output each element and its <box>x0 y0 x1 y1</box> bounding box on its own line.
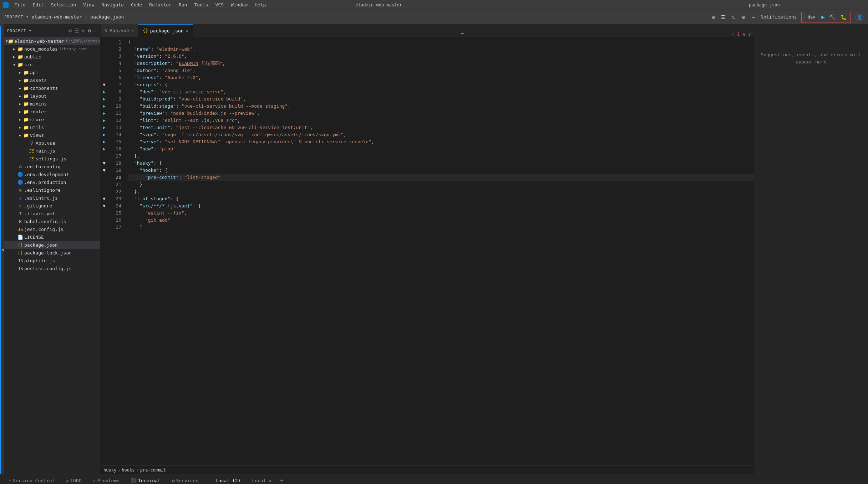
list-icon[interactable]: ☰ <box>719 13 728 21</box>
assets-arrow: ▶ <box>17 78 23 82</box>
src-arrow: ▼ <box>11 63 17 67</box>
breadcrumb-precommit[interactable]: pre-commit <box>140 468 166 473</box>
assets-icon: 📁 <box>23 78 29 83</box>
run-button[interactable]: ▶ <box>821 14 825 20</box>
menu-view[interactable]: View <box>80 1 97 8</box>
gear-icon[interactable]: ⚙ <box>739 13 748 21</box>
tree-editorconfig[interactable]: ⚙ .editorconfig <box>4 163 100 170</box>
main-js-icon: JS <box>29 148 35 154</box>
gitignore-label: .gitignore <box>24 203 52 208</box>
sidebar-sort-icon[interactable]: ⇅ <box>81 27 86 34</box>
tree-layout[interactable]: ▶ 📁 layout <box>4 92 100 100</box>
jest-label: jest.config.js <box>24 227 64 232</box>
btab-terminal[interactable]: ⬛Terminal <box>125 474 166 484</box>
notifications-button[interactable]: Notifications <box>761 14 797 20</box>
btab-add-button[interactable]: + <box>277 477 286 484</box>
tree-jest[interactable]: JS jest.config.js <box>4 225 100 233</box>
debug-icon[interactable]: 🐛 <box>839 13 848 21</box>
code-line-23: "lint-staged": { <box>128 195 754 202</box>
menu-edit[interactable]: Edit <box>30 1 46 8</box>
tree-router[interactable]: ▶ 📁 router <box>4 108 100 115</box>
btab-problems[interactable]: ⚠Problems <box>87 474 125 484</box>
menu-selection[interactable]: Selection <box>48 1 79 8</box>
tab-more-button[interactable]: ⋯ <box>458 30 467 37</box>
ln-27: 27 <box>108 224 121 231</box>
breadcrumb-hooks[interactable]: hooks <box>122 468 134 473</box>
menu-file[interactable]: File <box>11 1 28 8</box>
tree-components[interactable]: ▶ 📁 components <box>4 84 100 92</box>
tree-package-lock[interactable]: {} package-lock.json <box>4 249 100 257</box>
api-arrow: ▶ <box>17 71 23 74</box>
menu-help[interactable]: Help <box>252 1 269 8</box>
tree-settings-js[interactable]: JS settings.js <box>4 155 100 163</box>
tree-api[interactable]: ▶ 📁 api <box>4 68 100 76</box>
code-line-18: "husky": { <box>128 160 754 167</box>
user-icon[interactable]: 👤 <box>855 13 864 21</box>
breadcrumb-husky[interactable]: husky <box>103 468 116 473</box>
gutter-23: ▼ <box>101 195 108 202</box>
menu-tools[interactable]: Tools <box>191 1 211 8</box>
src-icon: 📁 <box>17 62 24 67</box>
expand-icon[interactable]: ∧ <box>742 31 745 37</box>
tree-env-dev[interactable]: 🔵 .env.development <box>4 170 100 178</box>
tree-src[interactable]: ▼ 📁 src <box>4 61 100 68</box>
tree-mixins[interactable]: ▶ 📁 mixins <box>4 100 100 108</box>
btab-local-main[interactable]: Local (2) <box>210 474 246 484</box>
tree-root[interactable]: ▼ 📁 eladmin-web-master E:\源码\eladmin\ela… <box>4 37 100 45</box>
ln-8: 8 <box>108 88 121 96</box>
line-numbers: 1 2 3 4 5 6 7 8 9 10 11 12 13 14 15 16 1 <box>108 37 126 465</box>
tab-app-vue[interactable]: V App.vue ✕ <box>101 24 138 37</box>
gutter-12: ▶ <box>101 117 108 124</box>
ln-4: 4 <box>108 60 121 67</box>
tree-main-js[interactable]: JS main.js <box>4 147 100 155</box>
menu-vcs[interactable]: VCS <box>213 1 227 8</box>
tree-utils[interactable]: ▶ 📁 utils <box>4 123 100 131</box>
tree-plop[interactable]: JS plopfile.js <box>4 257 100 264</box>
tree-babel[interactable]: B babel.config.js <box>4 217 100 225</box>
tree-eslintrc[interactable]: ◉ .eslintrc.js <box>4 194 100 202</box>
tab-app-vue-close[interactable]: ✕ <box>131 28 134 33</box>
tree-gitignore[interactable]: ⊙ .gitignore <box>4 202 100 210</box>
tree-postcss[interactable]: JS postcss.config.js <box>4 264 100 272</box>
gutter-6 <box>101 74 108 81</box>
code-line-6: "license": "Apache-2.0", <box>128 74 754 81</box>
sidebar-settings-icon[interactable]: ⚙ <box>68 27 72 34</box>
tree-views[interactable]: ▶ 📁 views <box>4 131 100 139</box>
project-label: Project ▾ <box>4 15 29 19</box>
dev-label[interactable]: dev <box>804 14 819 20</box>
sidebar-collapse-icon[interactable]: — <box>93 27 97 34</box>
tree-store[interactable]: ▶ 📁 store <box>4 115 100 123</box>
collapse-icon[interactable]: ∨ <box>748 31 751 37</box>
tree-travis[interactable]: T .travis.yml <box>4 210 100 217</box>
sort-icon[interactable]: ⇅ <box>729 13 738 21</box>
tree-license[interactable]: 📄 LICENSE <box>4 233 100 241</box>
tree-assets[interactable]: ▶ 📁 assets <box>4 76 100 84</box>
services-icon: ⚙ <box>172 478 175 483</box>
minus-icon[interactable]: — <box>749 13 758 21</box>
btab-services[interactable]: ⚙Services <box>166 474 204 484</box>
env-dev-label: .env.development <box>24 172 69 177</box>
menu-code[interactable]: Code <box>128 1 145 8</box>
package-json-label: package.json <box>24 242 58 248</box>
menu-refactor[interactable]: Refactor <box>146 1 174 8</box>
gutter-4 <box>101 60 108 67</box>
tab-package-json[interactable]: {} package.json ✕ <box>138 24 193 37</box>
btab-todo[interactable]: ✔TODO <box>60 474 87 484</box>
sidebar-layout-icon[interactable]: ☰ <box>74 27 80 34</box>
build-icon[interactable]: 🔨 <box>828 13 836 21</box>
tree-app-vue[interactable]: V App.vue <box>4 139 100 147</box>
settings-icon[interactable]: ⚙ <box>709 13 718 21</box>
tree-node-modules[interactable]: ▶ 📁 node_modules library root <box>4 45 100 53</box>
code-content[interactable]: { "name": "eladmin-web", "version": "2.6… <box>126 37 754 465</box>
menu-run[interactable]: Run <box>176 1 190 8</box>
tree-eslintignore[interactable]: ⚙ .eslintignore <box>4 186 100 194</box>
btab-version-control[interactable]: ⑂Version Control <box>3 474 60 484</box>
tree-env-prod[interactable]: 🔵 .env.production <box>4 178 100 186</box>
tree-package-json[interactable]: {} package.json <box>4 241 100 249</box>
tree-public[interactable]: ▶ 📁 public <box>4 53 100 61</box>
btab-local-sub[interactable]: Local × <box>247 474 278 484</box>
menu-window[interactable]: Window <box>228 1 250 8</box>
menu-navigate[interactable]: Navigate <box>98 1 127 8</box>
sidebar-gear-icon[interactable]: ⚙ <box>87 27 91 34</box>
tab-package-json-close[interactable]: ✕ <box>186 28 188 33</box>
